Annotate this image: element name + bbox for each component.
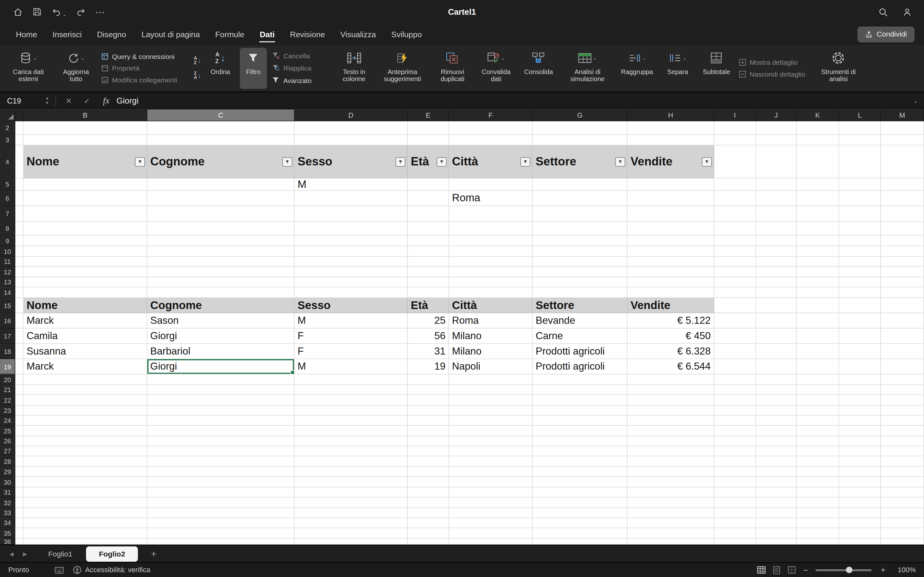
cell-D4[interactable]: Sesso▾	[294, 145, 408, 179]
cell-A2[interactable]	[15, 121, 24, 135]
cell-K32[interactable]	[796, 498, 839, 508]
column-header-C[interactable]: C	[147, 110, 294, 121]
cell-H22[interactable]	[628, 395, 714, 406]
filter-button-B4[interactable]: ▾	[135, 157, 145, 166]
cell-I2[interactable]	[714, 121, 756, 135]
cell-A34[interactable]	[15, 518, 24, 528]
cell-F31[interactable]	[449, 488, 533, 498]
cell-M9[interactable]	[881, 235, 924, 246]
cell-D20[interactable]	[294, 374, 408, 385]
cell-C4[interactable]: Cognome▾	[147, 145, 294, 179]
row-header-2[interactable]: 2	[0, 121, 15, 135]
cell-J5[interactable]	[756, 179, 797, 191]
filter-button-D4[interactable]: ▾	[395, 157, 405, 166]
cell-D29[interactable]	[294, 467, 408, 477]
cell-K28[interactable]	[796, 456, 839, 467]
cell-K10[interactable]	[796, 246, 839, 257]
cell-I33[interactable]	[714, 508, 756, 518]
cell-J31[interactable]	[756, 488, 797, 498]
row-header-12[interactable]: 12	[0, 267, 15, 277]
cell-L27[interactable]	[839, 446, 881, 456]
cell-L11[interactable]	[839, 257, 881, 267]
cell-J19[interactable]	[756, 359, 797, 374]
cell-J17[interactable]	[756, 329, 797, 344]
cell-D25[interactable]	[294, 426, 408, 436]
cell-C18[interactable]: Barbariol	[147, 344, 294, 359]
cell-H3[interactable]	[628, 135, 714, 145]
sort-za-button[interactable]: ZA ↓	[194, 71, 201, 80]
cell-J34[interactable]	[756, 518, 797, 528]
row-header-5[interactable]: 5	[0, 179, 15, 191]
cell-H32[interactable]	[628, 498, 714, 508]
normal-view-icon[interactable]	[758, 566, 766, 574]
group-button[interactable]: ⌄ Raggruppa	[618, 47, 656, 89]
cell-L12[interactable]	[839, 267, 881, 277]
reapply-filter-button[interactable]: Riapplica	[272, 64, 331, 72]
cell-F11[interactable]	[449, 257, 533, 267]
cell-F36[interactable]	[449, 539, 533, 545]
cell-D11[interactable]	[294, 257, 408, 267]
cell-G30[interactable]	[533, 477, 628, 488]
cell-A17[interactable]	[15, 329, 24, 344]
cell-J22[interactable]	[756, 395, 797, 406]
cell-H18[interactable]: € 6.328	[628, 344, 714, 359]
cell-M4[interactable]	[881, 145, 924, 179]
cell-E8[interactable]	[408, 222, 449, 235]
cell-H24[interactable]	[628, 416, 714, 426]
cell-J2[interactable]	[756, 121, 797, 135]
cell-A10[interactable]	[15, 246, 24, 257]
cell-H34[interactable]	[628, 518, 714, 528]
insert-function-icon[interactable]: fx	[103, 95, 110, 105]
cell-H16[interactable]: € 5.122	[628, 313, 714, 329]
cell-B29[interactable]	[23, 467, 147, 477]
cell-G5[interactable]	[533, 179, 628, 191]
filter-button-F4[interactable]: ▾	[520, 157, 530, 166]
cell-D34[interactable]	[294, 518, 408, 528]
cell-H35[interactable]	[628, 528, 714, 539]
cell-E31[interactable]	[408, 488, 449, 498]
cell-H9[interactable]	[628, 235, 714, 246]
cell-C36[interactable]	[147, 539, 294, 545]
cell-E36[interactable]	[408, 539, 449, 545]
tab-inserisci[interactable]: Inserisci	[45, 23, 89, 45]
cancel-entry-icon[interactable]: ✕	[65, 96, 72, 105]
column-header-J[interactable]: J	[756, 110, 797, 121]
tab-home[interactable]: Home	[8, 23, 45, 45]
cell-F10[interactable]	[449, 246, 533, 257]
cell-I15[interactable]	[714, 298, 756, 313]
queries-connections-button[interactable]: Query & connessioni	[102, 53, 189, 60]
cell-I28[interactable]	[714, 456, 756, 467]
cell-M25[interactable]	[881, 426, 924, 436]
cell-L13[interactable]	[839, 277, 881, 287]
cell-K29[interactable]	[796, 467, 839, 477]
cell-F33[interactable]	[449, 508, 533, 518]
add-sheet-button[interactable]: ＋	[140, 548, 168, 559]
cell-B13[interactable]	[23, 277, 147, 287]
formula-input[interactable]: Giorgi	[116, 96, 139, 105]
cell-I35[interactable]	[714, 528, 756, 539]
cell-B30[interactable]	[23, 477, 147, 488]
column-header-M[interactable]: M	[881, 110, 924, 121]
cell-L35[interactable]	[839, 528, 881, 539]
cell-D14[interactable]	[294, 287, 408, 298]
cell-C35[interactable]	[147, 528, 294, 539]
cell-F35[interactable]	[449, 528, 533, 539]
cell-E32[interactable]	[408, 498, 449, 508]
cell-A3[interactable]	[15, 135, 24, 145]
formula-bar-expand-icon[interactable]: ⌄	[913, 97, 924, 104]
filter-button-G4[interactable]: ▾	[615, 157, 625, 166]
cell-B8[interactable]	[23, 222, 147, 235]
cell-K30[interactable]	[796, 477, 839, 488]
cell-M31[interactable]	[881, 488, 924, 498]
cell-C3[interactable]	[147, 135, 294, 145]
cell-D21[interactable]	[294, 385, 408, 395]
cell-C34[interactable]	[147, 518, 294, 528]
cell-H23[interactable]	[628, 406, 714, 416]
cell-C20[interactable]	[147, 374, 294, 385]
cell-A6[interactable]	[15, 191, 24, 206]
cell-J14[interactable]	[756, 287, 797, 298]
cell-F8[interactable]	[449, 222, 533, 235]
cell-J25[interactable]	[756, 426, 797, 436]
tab-formule[interactable]: Formule	[208, 23, 252, 45]
zoom-level-label[interactable]: 100%	[895, 566, 916, 574]
